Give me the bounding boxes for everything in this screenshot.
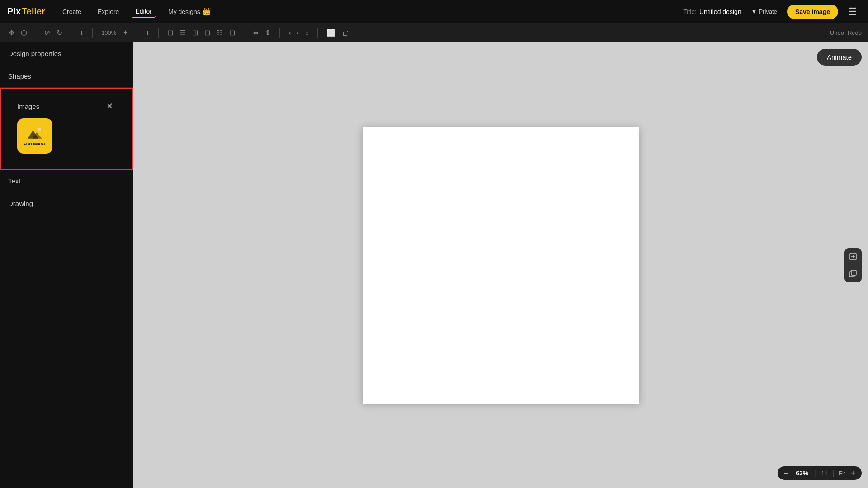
zoom-bar: − 63% | 11 | Fit +	[778, 466, 862, 480]
plus-icon[interactable]: +	[77, 28, 86, 38]
crown-icon: 👑	[202, 7, 211, 16]
undo-button[interactable]: Undo	[830, 29, 844, 36]
main-layout: Design properties Shapes Images ✕	[0, 42, 868, 488]
mydesigns-label: My designs	[168, 8, 200, 15]
align-center-h-icon[interactable]: ☰	[177, 27, 188, 38]
minus-icon[interactable]: −	[66, 28, 75, 38]
toolbar-separator-1	[36, 28, 36, 38]
privacy-caret-icon: ▼	[751, 8, 757, 15]
zoom-percentage: 63%	[794, 469, 810, 477]
title-value[interactable]: Untitled design	[699, 8, 741, 15]
zoom-value[interactable]: 100%	[99, 28, 118, 37]
sidebar-item-images[interactable]: Images ✕ ADD IMAGE	[0, 88, 133, 170]
move-group: ✥ ⬡	[6, 27, 29, 38]
resize-delete-group: ⬜ 🗑	[324, 27, 351, 38]
nav-create[interactable]: Create	[59, 6, 85, 17]
align-right-icon[interactable]: ⊞	[190, 27, 200, 38]
canvas-area[interactable]: Animate	[133, 42, 868, 488]
align-group: ⊟ ☰ ⊞ ⊟ ☷ ⊟	[165, 27, 237, 38]
resize-icon[interactable]: ⬜	[324, 27, 338, 38]
rotate-icon[interactable]: ↻	[54, 27, 65, 38]
sidebar-item-drawing[interactable]: Drawing	[0, 192, 133, 215]
privacy-label: Private	[759, 8, 777, 15]
images-panel-header: Images ✕	[9, 96, 124, 115]
sidebar-item-text[interactable]: Text	[0, 170, 133, 192]
undo-redo-group: Undo Redo	[830, 29, 862, 36]
images-panel-close-button[interactable]: ✕	[104, 101, 116, 111]
editor-toolbar: ✥ ⬡ 0° ↻ − + 100% ✦ − + ⊟ ☰ ⊞ ⊟ ☷ ⊟ ⇔ ⇕ …	[0, 23, 868, 42]
layer-icon[interactable]: ⬡	[19, 27, 29, 38]
animate-button[interactable]: Animate	[817, 49, 862, 66]
nav-explore[interactable]: Explore	[94, 6, 123, 17]
distribute-v-icon[interactable]: ⇕	[263, 27, 273, 38]
align-bottom-icon[interactable]: ⊟	[227, 27, 237, 38]
add-image-button[interactable]: ADD IMAGE	[17, 118, 52, 154]
mountain-icon	[26, 126, 44, 140]
images-panel-title: Images	[17, 103, 39, 110]
design-canvas[interactable]	[363, 127, 639, 404]
save-image-button[interactable]: Save image	[787, 5, 838, 19]
privacy-dropdown[interactable]: ▼ Private	[748, 6, 781, 17]
toolbar-separator-6	[317, 28, 318, 38]
move-icon[interactable]: ✥	[6, 27, 17, 38]
menu-button[interactable]: ☰	[844, 4, 861, 19]
zoom-minus-icon[interactable]: −	[132, 28, 141, 38]
zoom-plus-icon[interactable]: +	[143, 28, 152, 38]
zoom-separator: |	[815, 469, 816, 477]
page-buttons-group	[844, 248, 862, 282]
add-image-label: ADD IMAGE	[23, 142, 47, 147]
logo-teller: Teller	[22, 6, 45, 17]
toolbar-separator-2	[92, 28, 93, 38]
rotate-group: 0° ↻ − +	[42, 27, 86, 38]
zoom-separator-2: |	[832, 469, 834, 477]
toolbar-separator-4	[244, 28, 244, 38]
duplicate-page-button[interactable]	[844, 265, 862, 282]
align-top-icon[interactable]: ⊟	[202, 27, 212, 38]
delete-icon[interactable]: 🗑	[340, 28, 351, 38]
images-panel-content: ADD IMAGE	[9, 115, 124, 162]
sidebar-item-shapes[interactable]: Shapes	[0, 65, 133, 88]
logo[interactable]: PixTeller	[7, 6, 45, 17]
svg-point-4	[38, 128, 41, 131]
title-label: Title:	[683, 8, 697, 15]
right-float-buttons	[844, 248, 862, 282]
sidebar-item-design-properties[interactable]: Design properties	[0, 42, 133, 65]
flip-v-icon[interactable]: ↕	[303, 28, 311, 38]
add-page-button[interactable]	[844, 248, 862, 265]
nav-editor[interactable]: Editor	[132, 6, 156, 18]
flip-group: ⟷ ↕	[286, 27, 311, 38]
distribute-h-icon[interactable]: ⇔	[250, 27, 261, 38]
nav-right: Title: Untitled design ▼ Private Save im…	[683, 4, 861, 19]
zoom-in-button[interactable]: +	[849, 469, 856, 477]
align-left-icon[interactable]: ⊟	[165, 27, 175, 38]
zoom-out-button[interactable]: −	[783, 469, 790, 477]
toolbar-separator-5	[279, 28, 280, 38]
zoom-fit-button[interactable]: Fit	[839, 470, 845, 477]
redo-button[interactable]: Redo	[848, 29, 862, 36]
toolbar-separator-3	[158, 28, 159, 38]
nav-mydesigns[interactable]: My designs 👑	[165, 5, 215, 18]
align-center-v-icon[interactable]: ☷	[214, 27, 225, 38]
zoom-page-number[interactable]: 11	[821, 470, 827, 477]
zoom-fit-icon[interactable]: ✦	[120, 27, 131, 38]
rotate-value[interactable]: 0°	[42, 28, 52, 37]
svg-rect-9	[851, 270, 856, 275]
distribute-group: ⇔ ⇕	[250, 27, 273, 38]
logo-pix: Pix	[7, 6, 21, 17]
sidebar: Design properties Shapes Images ✕	[0, 42, 133, 488]
zoom-group: 100% ✦ − +	[99, 27, 152, 38]
title-area: Title: Untitled design	[683, 8, 741, 15]
flip-h-icon[interactable]: ⟷	[286, 27, 301, 38]
top-navigation: PixTeller Create Explore Editor My desig…	[0, 0, 868, 23]
